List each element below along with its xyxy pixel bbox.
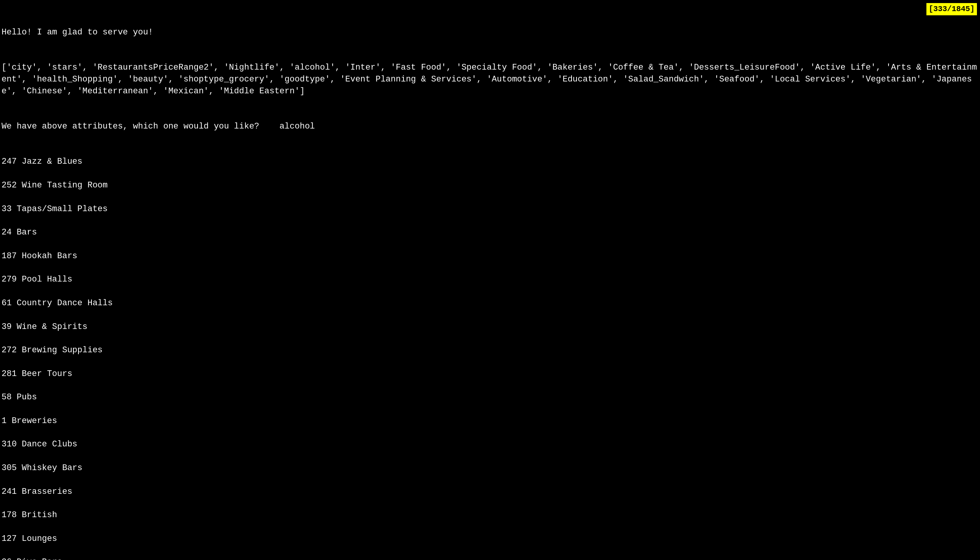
list-item: 247 Jazz & Blues: [2, 156, 978, 168]
attributes-line: ['city', 'stars', 'RestaurantsPriceRange…: [2, 62, 978, 97]
counter-badge: [333/1845]: [926, 3, 977, 15]
list-item: 310 Dance Clubs: [2, 439, 978, 451]
list-item: 241 Brasseries: [2, 486, 978, 498]
list-item: 58 Pubs: [2, 392, 978, 403]
list-item: 24 Bars: [2, 227, 978, 239]
list-item: 39 Wine & Spirits: [2, 321, 978, 333]
list-item: 1 Breweries: [2, 415, 978, 427]
list-item: 272 Brewing Supplies: [2, 345, 978, 357]
list-item: 279 Pool Halls: [2, 274, 978, 286]
list-item: 61 Country Dance Halls: [2, 298, 978, 310]
list-item: 252 Wine Tasting Room: [2, 180, 978, 192]
terminal-output: Hello! I am glad to serve you! ['city', …: [2, 3, 978, 560]
question-line: We have above attributes, which one woul…: [2, 121, 978, 133]
list-item: 281 Beer Tours: [2, 368, 978, 380]
list-item: 33 Tapas/Small Plates: [2, 203, 978, 215]
list-item: 26 Dive Bars: [2, 557, 978, 560]
list-item: 305 Whiskey Bars: [2, 462, 978, 474]
list-item: 178 British: [2, 510, 978, 522]
items-list: 247 Jazz & Blues 252 Wine Tasting Room 3…: [2, 156, 978, 560]
list-item: 187 Hookah Bars: [2, 250, 978, 262]
list-item: 127 Lounges: [2, 533, 978, 545]
greeting-line: Hello! I am glad to serve you!: [2, 27, 978, 38]
